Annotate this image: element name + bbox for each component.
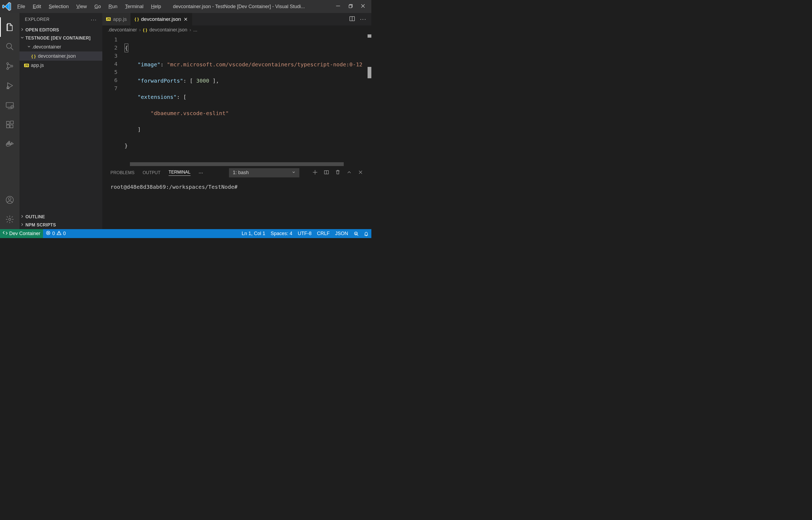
svg-rect-24 [9, 141, 10, 142]
svg-rect-1 [349, 5, 352, 7]
chevron-right-icon [20, 214, 25, 219]
panel-tabs: PROBLEMS OUTPUT TERMINAL ··· 1: bash [102, 166, 371, 179]
menu-view[interactable]: View [73, 3, 90, 10]
svg-marker-9 [7, 83, 13, 88]
chevron-right-icon: › [139, 27, 141, 33]
activity-remote-icon[interactable] [0, 95, 20, 115]
activity-extensions-icon[interactable] [0, 115, 20, 134]
split-terminal-icon[interactable] [324, 170, 329, 176]
status-eol[interactable]: CRLF [314, 229, 332, 238]
menu-file[interactable]: File [14, 3, 28, 10]
breadcrumb-symbol[interactable]: ... [193, 27, 197, 33]
section-outline[interactable]: OUTLINE [20, 213, 102, 221]
activity-scm-icon[interactable] [0, 56, 20, 76]
tab-app-js[interactable]: JS app.js [102, 13, 131, 25]
code-editor[interactable]: 1 2 3 4 5 6 7 { "image": "mcr.microsoft.… [102, 34, 371, 166]
minimize-icon[interactable] [336, 3, 340, 10]
maximize-icon[interactable] [348, 3, 353, 10]
menu-go[interactable]: Go [91, 3, 104, 10]
svg-point-26 [8, 198, 11, 200]
status-indent[interactable]: Spaces: 4 [268, 229, 295, 238]
section-npm-scripts[interactable]: NPM SCRIPTS [20, 221, 102, 229]
svg-point-13 [11, 105, 14, 108]
svg-point-44 [354, 232, 357, 235]
tab-devcontainer-json[interactable]: { } devcontainer.json [131, 13, 192, 25]
warning-icon [57, 231, 61, 237]
menu-terminal[interactable]: Terminal [122, 3, 147, 10]
terminal-output[interactable]: root@d48e8d38ab69:/workspaces/TestNode# [102, 179, 371, 229]
close-tab-icon[interactable] [183, 17, 188, 22]
js-file-icon: JS [106, 17, 111, 21]
status-remote[interactable]: Dev Container [0, 229, 43, 238]
activity-settings-icon[interactable] [0, 210, 20, 229]
tree-file-devcontainer-json[interactable]: { } devcontainer.json [20, 51, 102, 61]
status-problems[interactable]: 0 0 [43, 229, 68, 238]
status-bar: Dev Container 0 0 Ln 1, Col 1 Spaces: 4 … [0, 229, 371, 238]
breadcrumb-folder[interactable]: .devcontainer [108, 27, 137, 33]
status-language[interactable]: JSON [332, 229, 351, 238]
activity-debug-icon[interactable] [0, 76, 20, 95]
panel-tab-output[interactable]: OUTPUT [143, 171, 161, 175]
window-title: devcontainer.json - TestNode [Dev Contai… [166, 4, 336, 9]
more-icon[interactable]: ··· [360, 16, 366, 23]
svg-rect-14 [6, 121, 9, 124]
activity-explorer-icon[interactable] [0, 17, 20, 37]
editor-tabs: JS app.js { } devcontainer.json ··· [102, 13, 371, 25]
line-gutter: 1 2 3 4 5 6 7 [102, 34, 124, 166]
svg-point-27 [9, 218, 11, 220]
bottom-panel: PROBLEMS OUTPUT TERMINAL ··· 1: bash [102, 166, 371, 229]
scrollbar-thumb[interactable] [130, 162, 344, 166]
status-cursor-pos[interactable]: Ln 1, Col 1 [239, 229, 268, 238]
close-panel-icon[interactable] [358, 170, 363, 176]
terminal-actions [312, 170, 363, 176]
activity-bar [0, 13, 20, 229]
breadcrumb-file[interactable]: devcontainer.json [149, 27, 187, 33]
editor-area: JS app.js { } devcontainer.json ··· .dev… [102, 13, 371, 229]
svg-rect-17 [10, 121, 13, 124]
split-editor-icon[interactable] [349, 16, 355, 23]
activity-docker-icon[interactable] [0, 134, 20, 154]
chevron-down-icon [27, 44, 32, 50]
status-encoding[interactable]: UTF-8 [295, 229, 314, 238]
sidebar-explorer: EXPLORER ··· OPEN EDITORS TESTNODE [DEV … [20, 13, 102, 229]
section-workspace[interactable]: TESTNODE [DEV CONTAINER] [20, 34, 102, 42]
panel-tab-problems[interactable]: PROBLEMS [110, 171, 135, 175]
maximize-panel-icon[interactable] [346, 170, 352, 176]
sidebar-title: EXPLORER ··· [20, 13, 102, 26]
tree-folder-devcontainer[interactable]: .devcontainer [20, 42, 102, 51]
panel-tab-terminal[interactable]: TERMINAL [169, 170, 191, 176]
menu-selection[interactable]: Selection [46, 3, 72, 10]
activity-account-icon[interactable] [0, 190, 20, 210]
chevron-right-icon: › [190, 27, 191, 33]
file-tree: .devcontainer { } devcontainer.json JS a… [20, 42, 102, 213]
terminal-selector[interactable]: 1: bash [229, 168, 299, 177]
vscode-logo-icon [2, 2, 12, 11]
new-terminal-icon[interactable] [312, 170, 318, 176]
json-file-icon: { } [143, 27, 147, 33]
close-icon[interactable] [361, 3, 365, 10]
breadcrumb[interactable]: .devcontainer › { } devcontainer.json › … [102, 25, 371, 34]
menu-edit[interactable]: Edit [29, 3, 45, 10]
minimap-overview[interactable] [368, 34, 371, 166]
code-content[interactable]: { "image": "mcr.microsoft.com/vscode/dev… [124, 34, 371, 166]
chevron-down-icon [20, 35, 25, 41]
kill-terminal-icon[interactable] [335, 170, 340, 176]
menu-help[interactable]: Help [148, 3, 164, 10]
more-icon[interactable]: ··· [199, 170, 203, 176]
svg-rect-16 [10, 125, 13, 128]
activity-search-icon[interactable] [0, 37, 20, 56]
js-file-icon: JS [23, 63, 30, 67]
menu-bar: File Edit Selection View Go Run Terminal… [12, 3, 166, 10]
editor-actions: ··· [344, 13, 371, 25]
more-icon[interactable]: ··· [91, 17, 97, 23]
horizontal-scrollbar[interactable] [130, 162, 371, 166]
terminal-prompt: root@d48e8d38ab69:/workspaces/TestNode# [110, 184, 237, 190]
svg-rect-15 [6, 125, 9, 128]
menu-run[interactable]: Run [105, 3, 121, 10]
tree-file-app-js[interactable]: JS app.js [20, 61, 102, 70]
minimap-marker [368, 34, 371, 37]
status-feedback-icon[interactable] [351, 229, 361, 238]
section-open-editors[interactable]: OPEN EDITORS [20, 26, 102, 34]
titlebar: File Edit Selection View Go Run Terminal… [0, 0, 371, 13]
status-bell-icon[interactable] [361, 229, 371, 238]
